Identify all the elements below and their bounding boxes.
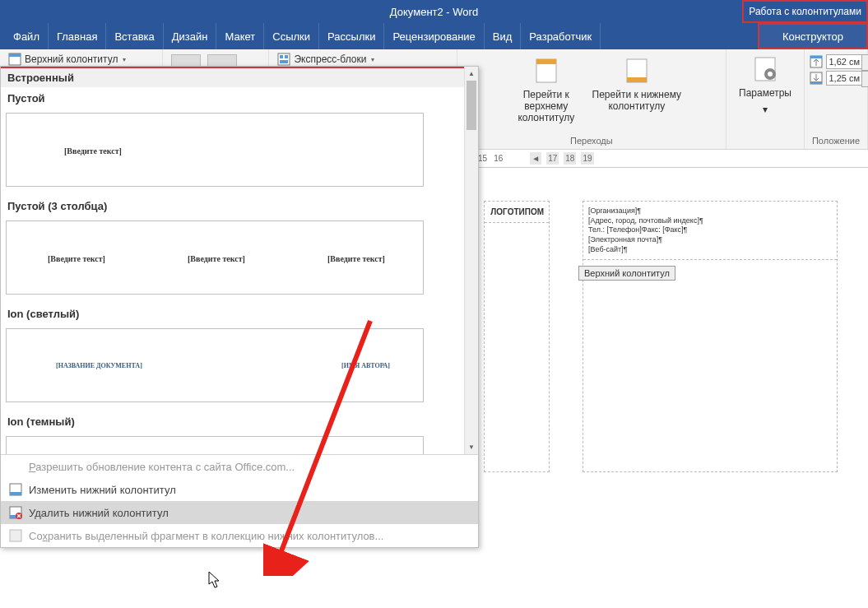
remove-footer-icon	[9, 506, 22, 519]
window-title: Документ2 - Word	[390, 6, 478, 18]
group-navigation: Перейти к верхнему колонтитулу Перейти к…	[457, 49, 726, 149]
header-line-1: [Организация]¶	[588, 207, 832, 216]
quick-parts-icon	[277, 53, 290, 66]
group-position: 1,62 см 1,25 см Положение	[805, 49, 868, 149]
context-tab-group-highlight: Работа с колонтитулами	[742, 0, 868, 23]
header-line-5: [Веб-сайт]¶	[588, 245, 832, 255]
tab-layout[interactable]: Макет	[216, 23, 264, 49]
svg-rect-11	[536, 59, 556, 64]
go-header-icon	[531, 56, 561, 86]
gallery-item-blank3[interactable]: [Введите текст] [Введите текст] [Введите…	[6, 220, 424, 295]
go-to-header-button[interactable]: Перейти к верхнему колонтитулу	[501, 51, 592, 123]
menu-office-label: азрешить обновление контента с сайта Off…	[35, 461, 295, 473]
header-icon	[8, 53, 21, 66]
tab-design[interactable]: Дизайн	[164, 23, 217, 49]
menu-edit-label: Изменить нижний колонтитул	[29, 484, 176, 496]
horizontal-ruler[interactable]: 15 16 ◄ 17 18 19	[477, 150, 868, 168]
svg-rect-13	[627, 77, 647, 82]
tab-home[interactable]: Главная	[49, 23, 106, 49]
author-placeholder: [ИМЯ АВТОРА]	[341, 362, 390, 369]
header-line-4: [Электронная почта]¶	[588, 235, 832, 245]
svg-rect-26	[10, 530, 21, 541]
header-line-2: [Адрес, город, почтовый индекс]¶	[588, 216, 832, 226]
tab-file[interactable]: Файл	[5, 23, 49, 49]
svg-rect-18	[810, 56, 822, 58]
mouse-cursor-icon	[208, 571, 221, 589]
gallery-menu: Разрешить обновление контента с сайта Of…	[1, 454, 478, 547]
go-to-footer-button[interactable]: Перейти к нижнему колонтитулу	[592, 51, 682, 112]
position-group-label: Положение	[810, 134, 862, 149]
footer-bottom-spinner[interactable]: 1,25 см	[826, 71, 862, 86]
quick-parts-label: Экспресс-блоки	[294, 53, 366, 65]
go-header-label: Перейти к верхнему колонтитулу	[501, 89, 592, 123]
footer-from-bottom-row: 1,25 см	[810, 71, 862, 86]
gear-icon	[752, 56, 778, 82]
tab-references[interactable]: Ссылки	[264, 23, 319, 49]
scroll-up-icon[interactable]: ▲	[465, 67, 478, 81]
title-bar: Документ2 - Word Работа с колонтитулами	[0, 0, 868, 23]
tab-mailings[interactable]: Рассылки	[319, 23, 384, 49]
svg-rect-6	[285, 55, 288, 58]
header-top-spinner[interactable]: 1,62 см	[826, 54, 862, 69]
svg-rect-5	[280, 55, 283, 58]
options-label: Параметры	[739, 87, 791, 99]
save-selection-icon	[9, 529, 22, 542]
gallery-cat-ion-light: Ion (светлый)	[6, 303, 473, 325]
chevron-down-icon: ▾	[763, 104, 768, 115]
svg-rect-1	[9, 53, 21, 57]
scroll-thumb[interactable]	[466, 81, 476, 130]
chevron-down-icon: ▾	[371, 56, 374, 63]
tab-insert[interactable]: Вставка	[106, 23, 163, 49]
group-options: Параметры ▾	[726, 49, 805, 149]
page-preview-left[interactable]: ЛОГОТИПОМ	[484, 201, 550, 472]
header-line-3: Тел.: [Телефон]Факс: [Факс]¶	[588, 225, 832, 235]
ribbon-tabs: Файл Главная Вставка Дизайн Макет Ссылки…	[0, 23, 868, 49]
chevron-down-icon: ▾	[123, 56, 126, 63]
placeholder-text: [Введите текст]	[64, 146, 122, 155]
logo-placeholder: ЛОГОТИПОМ	[490, 207, 544, 217]
gallery-scrollbar[interactable]: ▲ ▼	[464, 67, 478, 454]
page-preview-right[interactable]: [Организация]¶ [Адрес, город, почтовый и…	[583, 201, 838, 472]
position-bottom-icon	[810, 72, 823, 85]
gallery-cat-blank3: Пустой (3 столбца)	[6, 195, 473, 217]
tab-constructor[interactable]: Конструктор	[758, 23, 868, 49]
ruler-margin-marker[interactable]: ◄	[530, 152, 541, 165]
position-top-icon	[810, 55, 823, 68]
header-dropdown[interactable]: Верхний колонтитул ▾	[5, 51, 130, 67]
context-tab-group-label: Работа с колонтитулами	[749, 6, 861, 17]
document-area: 15 16 ◄ 17 18 19 ЛОГОТИПОМ [Организация]…	[477, 150, 868, 608]
header-label: Верхний колонтитул	[25, 53, 118, 65]
menu-office-com: Разрешить обновление контента с сайта Of…	[1, 455, 478, 478]
doc-title-placeholder: [НАЗВАНИЕ ДОКУМЕНТА]	[56, 362, 142, 369]
scroll-down-icon[interactable]: ▼	[465, 440, 478, 454]
gallery-cat-blank: Пустой	[6, 87, 473, 109]
tab-developer[interactable]: Разработчик	[521, 23, 601, 49]
quick-parts-dropdown[interactable]: Экспресс-блоки ▾	[274, 51, 378, 67]
nav-group-label: Переходы	[462, 134, 721, 149]
go-footer-label: Перейти к нижнему колонтитулу	[592, 89, 682, 112]
gallery-cat-ion-dark: Ion (темный)	[6, 411, 473, 433]
gallery-item-ion-light[interactable]: [НАЗВАНИЕ ДОКУМЕНТА] [ИМЯ АВТОРА]	[6, 328, 424, 402]
gallery-section-builtin: Встроенный	[1, 67, 478, 87]
menu-save-label: Со	[29, 530, 42, 542]
svg-rect-7	[280, 60, 288, 63]
gallery-item-ion-dark[interactable]	[6, 436, 424, 454]
placeholder-text: [Введите текст]	[188, 254, 245, 263]
options-button[interactable]: Параметры ▾	[731, 51, 799, 115]
placeholder-text: [Введите текст]	[327, 254, 385, 263]
gallery-item-blank[interactable]: [Введите текст]	[6, 113, 424, 187]
footer-gallery-dropdown: ▲ ▼ Встроенный Пустой [Введите текст] Пу…	[0, 66, 479, 548]
tab-review[interactable]: Рецензирование	[384, 23, 484, 49]
edit-footer-icon	[9, 483, 22, 496]
header-region-tag[interactable]: Верхний колонтитул	[578, 266, 675, 281]
svg-rect-20	[810, 81, 822, 84]
svg-point-16	[768, 72, 773, 77]
placeholder-text: [Введите текст]	[48, 254, 105, 263]
go-footer-icon	[622, 56, 652, 86]
blank-icon	[9, 460, 22, 473]
header-from-top-row: 1,62 см	[810, 54, 862, 69]
menu-remove-footer[interactable]: Удалить нижний колонтитул	[1, 501, 478, 524]
menu-edit-footer[interactable]: Изменить нижний колонтитул	[1, 478, 478, 501]
menu-save-selection: Сохранить выделенный фрагмент в коллекци…	[1, 524, 478, 547]
tab-view[interactable]: Вид	[485, 23, 522, 49]
